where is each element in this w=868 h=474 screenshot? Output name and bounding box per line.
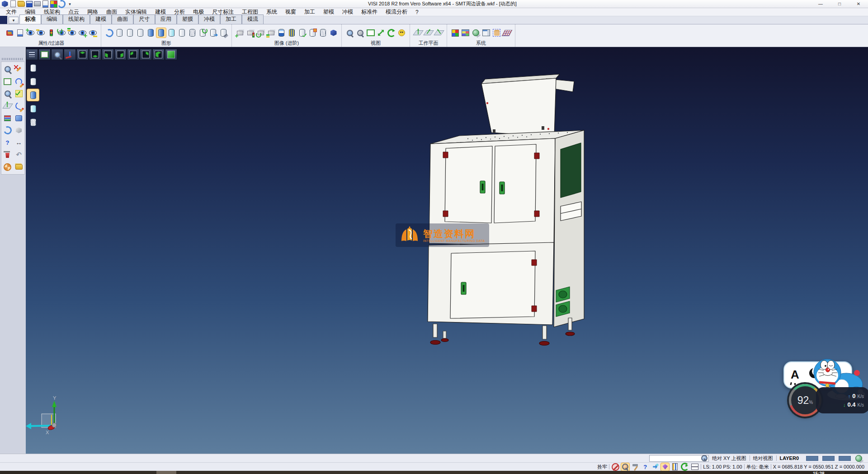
grid-toggle-icon[interactable]	[691, 463, 699, 471]
new-file-icon[interactable]	[9, 0, 17, 8]
layer-swatch-1[interactable]	[806, 456, 818, 461]
layer-swatch-2[interactable]	[822, 456, 835, 461]
no-snap-icon[interactable]	[611, 463, 619, 471]
view-bottom-icon[interactable]	[89, 49, 101, 60]
view-back-icon[interactable]	[114, 49, 127, 60]
hide-entities-icon[interactable]	[36, 28, 46, 38]
spline-tool-icon[interactable]	[14, 101, 24, 111]
menu-flow-analysis[interactable]: 模流分析	[382, 8, 411, 16]
machine-model[interactable]	[425, 72, 593, 349]
appearance-settings-icon[interactable]	[461, 28, 470, 38]
quick-access-menu-icon[interactable]: ▾	[66, 0, 74, 8]
tab-dimension[interactable]: 尺寸	[133, 14, 155, 24]
vstyle-hatch-icon[interactable]	[27, 116, 39, 128]
toggle-visibility-icon[interactable]	[67, 28, 77, 38]
app-icon[interactable]	[1, 0, 9, 8]
adv-section-icon[interactable]	[277, 28, 286, 38]
menu-window[interactable]: 视窗	[281, 8, 300, 16]
erase-sketch-icon[interactable]	[14, 64, 24, 74]
refresh-visibility-icon[interactable]	[57, 28, 66, 38]
undo-icon[interactable]: ↶	[14, 150, 24, 160]
window-select-icon[interactable]	[2, 76, 13, 86]
viewbar-menu-icon[interactable]	[26, 49, 38, 60]
zoom-view-icon[interactable]	[51, 49, 63, 60]
graphics-options-icon[interactable]	[219, 28, 228, 38]
adv-transparent-icon[interactable]	[318, 28, 328, 38]
modify-attributes-icon[interactable]	[5, 28, 14, 38]
system-options-icon[interactable]	[471, 28, 481, 38]
update-solids-icon[interactable]	[208, 28, 218, 38]
minimize-button[interactable]: —	[811, 0, 830, 8]
print-icon[interactable]	[33, 0, 41, 8]
style-wireframe-icon[interactable]	[115, 28, 124, 38]
view-top-icon[interactable]	[76, 49, 89, 60]
adv-striped-icon[interactable]	[287, 28, 297, 38]
style-shaded-edges-icon[interactable]	[156, 28, 166, 38]
taskbar-active-app[interactable]	[156, 471, 176, 474]
adv-tag-icon[interactable]	[308, 28, 317, 38]
zoom-window-icon[interactable]	[355, 28, 365, 38]
menu-help[interactable]: ?	[411, 9, 423, 15]
attributes-preview-icon[interactable]	[15, 28, 25, 38]
view-right-icon[interactable]	[140, 49, 152, 60]
menu-system[interactable]: 系统	[262, 8, 281, 16]
navigator-icon[interactable]	[2, 162, 13, 172]
adv-filter-icon[interactable]	[245, 28, 255, 38]
save-file-icon[interactable]	[25, 0, 33, 8]
workplane-origin-icon[interactable]	[413, 28, 423, 38]
snap-lock-label[interactable]: 拴牢	[597, 464, 607, 470]
adv-solid-icon[interactable]	[329, 28, 338, 38]
regen-solids-icon[interactable]	[198, 28, 208, 38]
style-hidden-line-icon[interactable]	[125, 28, 135, 38]
tab-application[interactable]: 应用	[155, 14, 177, 24]
vstyle-ghost-icon[interactable]	[27, 103, 39, 114]
menu-die[interactable]: 冲模	[338, 8, 357, 16]
measure-icon[interactable]: ↔	[14, 137, 24, 147]
layer-bars-icon[interactable]	[671, 463, 679, 471]
maximize-button[interactable]: □	[830, 0, 849, 8]
confirm-icon[interactable]	[14, 89, 24, 99]
view-left-icon[interactable]	[127, 49, 139, 60]
solid-select-icon[interactable]	[661, 463, 669, 471]
online-status-icon[interactable]	[854, 454, 863, 463]
view-normal-icon[interactable]	[397, 28, 406, 38]
command-search-input[interactable]	[651, 455, 701, 461]
zoom-dynamic-icon[interactable]	[345, 28, 354, 38]
tab-dropdown-button[interactable]: ▼	[9, 17, 19, 24]
zoom-inout-icon[interactable]	[2, 89, 13, 99]
absolute-view-status[interactable]: 绝对 XY 上视图	[712, 455, 746, 462]
session-refresh-icon[interactable]	[58, 0, 66, 8]
adv-add-icon[interactable]	[235, 28, 245, 38]
active-layer-label[interactable]: LAYER0	[780, 455, 799, 461]
query-icon[interactable]: ?	[641, 463, 649, 471]
style-flat-icon[interactable]	[177, 28, 187, 38]
style-hatched-icon[interactable]	[188, 28, 197, 38]
workplane-tool-icon[interactable]	[2, 101, 13, 111]
tab-standard[interactable]: 标准	[19, 14, 41, 24]
snap-edit-icon[interactable]	[621, 463, 629, 471]
edit-curve-icon[interactable]	[14, 76, 24, 86]
construction-icon[interactable]	[631, 463, 639, 471]
view-iso-icon[interactable]	[165, 49, 177, 60]
workplane-entity-icon[interactable]	[424, 28, 433, 38]
pan-view-icon[interactable]	[376, 28, 386, 38]
grid-settings-icon[interactable]	[502, 28, 512, 38]
tab-die[interactable]: 冲模	[198, 14, 220, 24]
context-help-icon[interactable]: ?	[2, 137, 13, 147]
delete-icon[interactable]	[2, 150, 13, 160]
menu-machining[interactable]: 加工	[300, 8, 319, 16]
tab-modeling[interactable]: 建模	[90, 14, 112, 24]
tab-machining[interactable]: 加工	[220, 14, 242, 24]
selection-settings-icon[interactable]	[492, 28, 501, 38]
selection-filter-icon[interactable]	[47, 28, 56, 38]
grid-panel-icon[interactable]	[14, 113, 24, 123]
graphics-viewport[interactable]: 智造资料网 INTELLIGENT MANUFACTURING DATA Y X…	[26, 47, 868, 454]
tab-edit[interactable]: 编辑	[41, 14, 63, 24]
search-icon[interactable]	[701, 455, 708, 461]
vstyle-shaded-icon[interactable]	[27, 89, 39, 101]
table-settings-icon[interactable]	[481, 28, 491, 38]
open-file-icon[interactable]	[17, 0, 25, 8]
close-button[interactable]: ✕	[849, 0, 868, 8]
adv-validate-icon[interactable]	[297, 28, 307, 38]
snap-point-icon[interactable]	[651, 463, 659, 471]
